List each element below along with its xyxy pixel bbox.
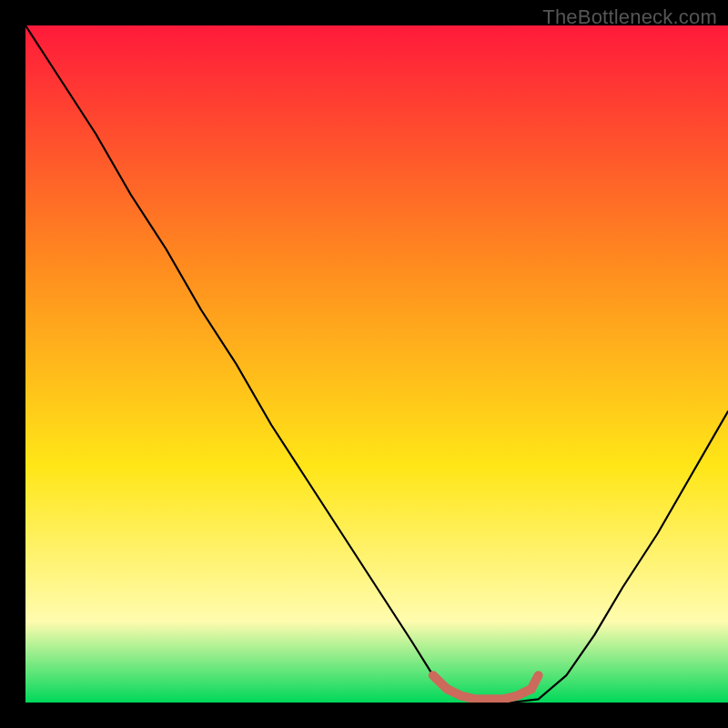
gradient-background [25,25,728,703]
chart-svg [25,25,728,703]
watermark-text: TheBottleneck.com [542,5,717,29]
plot-area [25,25,728,703]
chart-canvas: TheBottleneck.com [0,0,728,728]
